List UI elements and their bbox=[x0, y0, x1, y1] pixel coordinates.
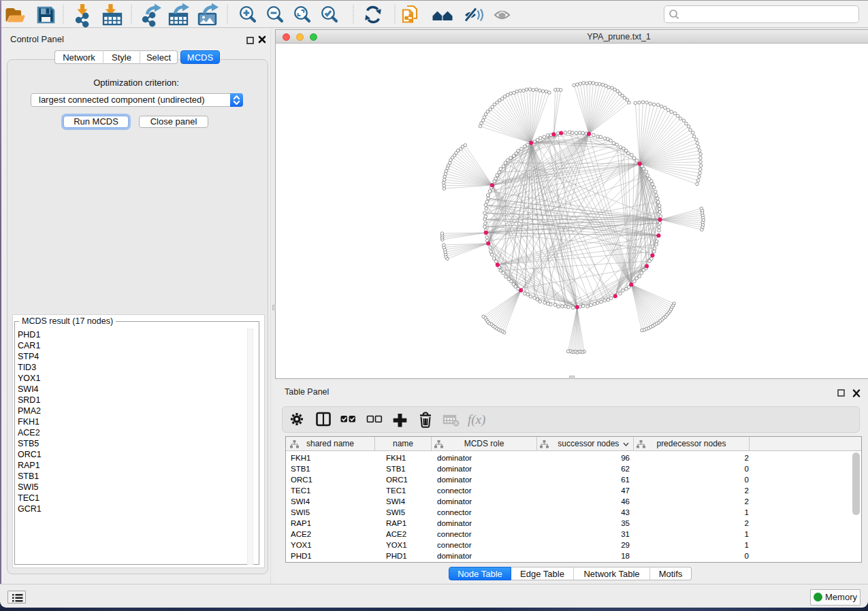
svg-text:f(x): f(x) bbox=[468, 412, 485, 427]
